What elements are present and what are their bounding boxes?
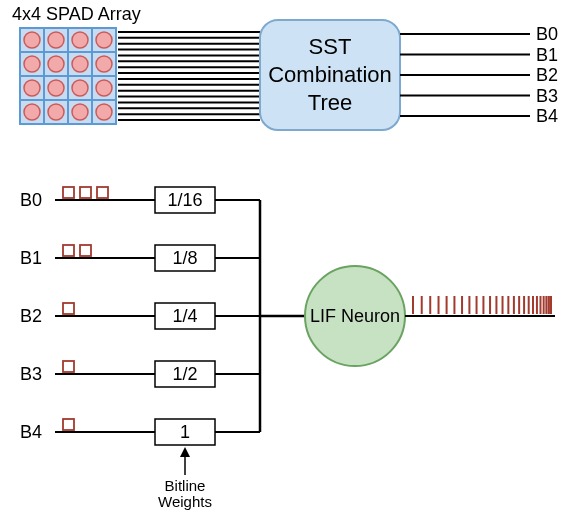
spad-pixel [72,80,88,96]
lif-neuron-label: LIF Neuron [310,306,400,326]
spad-pixel [72,104,88,120]
array-title: 4x4 SPAD Array [12,4,141,24]
pulse-icon [63,245,74,256]
weight-value: 1/4 [172,306,197,326]
spad-pixel [96,80,112,96]
bitline-label: B3 [20,364,42,384]
bitline-label: B1 [20,248,42,268]
weight-value: 1/2 [172,364,197,384]
sst-output-label: B2 [536,65,558,85]
weight-value: 1/16 [167,190,202,210]
sst-output-label: B1 [536,45,558,65]
spad-pixel [48,32,64,48]
sst-text-2: Combination [268,62,392,87]
spad-pixel [24,56,40,72]
weights-caption-2: Weights [158,493,212,510]
spad-pixel [72,32,88,48]
sst-output-label: B3 [536,86,558,106]
bitline-label: B2 [20,306,42,326]
spad-pixel [96,56,112,72]
sst-text-3: Tree [308,90,352,115]
pulse-icon [80,187,91,198]
spad-pixel [24,80,40,96]
pulse-icon [80,245,91,256]
spad-pixel [72,56,88,72]
bitline-label: B0 [20,190,42,210]
spad-pixel [48,56,64,72]
spad-pixel [24,104,40,120]
spad-pixel [24,32,40,48]
weight-value: 1 [180,422,190,442]
arrow-head-icon [180,447,190,457]
weight-value: 1/8 [172,248,197,268]
pulse-icon [63,419,74,430]
spad-pixel [96,104,112,120]
weights-caption-1: Bitline [165,477,206,494]
pulse-icon [97,187,108,198]
bitline-label: B4 [20,422,42,442]
spad-pixel [96,32,112,48]
spad-pixel [48,104,64,120]
pulse-icon [63,187,74,198]
sst-output-label: B4 [536,106,558,126]
pulse-icon [63,303,74,314]
sst-output-label: B0 [536,24,558,44]
pulse-icon [63,361,74,372]
spad-pixel [48,80,64,96]
sst-text-1: SST [309,34,352,59]
